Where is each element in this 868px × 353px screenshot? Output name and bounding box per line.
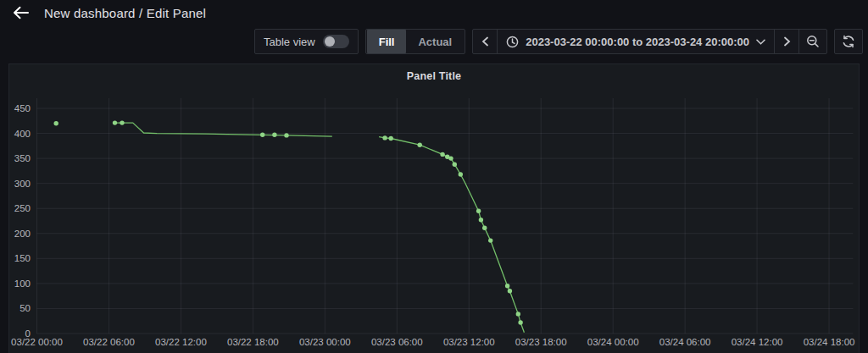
data-point-marker bbox=[113, 120, 117, 124]
table-view-label: Table view bbox=[264, 36, 315, 48]
chart-panel: Panel Title 0501001502002503003504004500… bbox=[8, 63, 860, 353]
time-range-button[interactable]: 2023-03-22 00:00:00 to 2023-03-24 20:00:… bbox=[498, 30, 774, 53]
data-point-marker bbox=[459, 172, 463, 176]
x-tick-label: 03/23 00:00 bbox=[299, 337, 351, 347]
data-point-marker bbox=[453, 163, 457, 167]
data-point-marker bbox=[488, 238, 492, 242]
x-tick-label: 03/24 12:00 bbox=[732, 337, 783, 347]
data-point-marker bbox=[284, 133, 288, 137]
time-series-chart[interactable]: 05010015020025030035040045003/22 00:0003… bbox=[9, 64, 859, 353]
y-tick-label: 100 bbox=[14, 279, 31, 289]
data-point-marker bbox=[120, 120, 124, 124]
time-range-label: 2023-03-22 00:00:00 to 2023-03-24 20:00:… bbox=[526, 36, 749, 48]
top-navbar: New dashboard / Edit Panel bbox=[0, 0, 868, 25]
x-tick-label: 03/24 18:00 bbox=[804, 337, 855, 347]
page-title: New dashboard / Edit Panel bbox=[44, 6, 206, 20]
x-tick-label: 03/24 06:00 bbox=[659, 337, 711, 347]
toggle-knob bbox=[325, 36, 335, 47]
data-point-marker bbox=[418, 143, 422, 147]
data-point-marker bbox=[440, 152, 444, 157]
data-point-marker bbox=[54, 121, 58, 125]
y-tick-label: 400 bbox=[14, 129, 31, 139]
data-point-marker bbox=[476, 209, 481, 213]
data-point-marker bbox=[389, 136, 393, 141]
data-point-marker bbox=[518, 320, 522, 324]
y-tick-label: 250 bbox=[14, 203, 31, 213]
zoom-out-button[interactable] bbox=[799, 30, 826, 53]
data-point-marker bbox=[272, 133, 276, 137]
x-tick-label: 03/23 12:00 bbox=[443, 337, 495, 347]
time-shift-forward-button[interactable] bbox=[775, 30, 798, 53]
series-line bbox=[379, 137, 524, 333]
x-tick-label: 03/22 00:00 bbox=[11, 337, 63, 347]
data-point-marker bbox=[516, 312, 520, 316]
data-point-marker bbox=[508, 289, 512, 293]
y-tick-label: 300 bbox=[14, 179, 31, 189]
chevron-left-icon bbox=[481, 36, 489, 47]
data-point-marker bbox=[448, 156, 453, 160]
table-view-toggle[interactable] bbox=[323, 35, 349, 48]
series-line bbox=[114, 123, 332, 136]
chevron-right-icon bbox=[783, 36, 791, 47]
x-tick-label: 03/23 06:00 bbox=[371, 337, 423, 347]
y-tick-label: 350 bbox=[14, 153, 31, 163]
view-mode-group: Fill Actual bbox=[365, 29, 466, 54]
chevron-down-icon bbox=[756, 39, 765, 45]
data-point-marker bbox=[482, 226, 487, 230]
y-tick-label: 450 bbox=[14, 103, 31, 113]
x-tick-label: 03/22 06:00 bbox=[83, 337, 135, 347]
x-tick-label: 03/23 18:00 bbox=[515, 337, 567, 347]
y-tick-label: 200 bbox=[14, 229, 31, 239]
fill-button[interactable]: Fill bbox=[367, 30, 407, 53]
refresh-button[interactable] bbox=[834, 29, 863, 54]
data-point-marker bbox=[260, 133, 264, 137]
data-point-marker bbox=[479, 218, 483, 222]
actual-button[interactable]: Actual bbox=[406, 30, 464, 53]
x-tick-label: 03/22 18:00 bbox=[227, 337, 279, 347]
clock-icon bbox=[506, 36, 519, 48]
data-point-marker bbox=[382, 135, 387, 140]
data-point-marker bbox=[505, 284, 509, 288]
y-tick-label: 150 bbox=[14, 253, 31, 263]
arrow-left-icon bbox=[13, 6, 30, 19]
refresh-icon bbox=[842, 35, 855, 48]
y-tick-label: 50 bbox=[19, 303, 31, 313]
x-tick-label: 03/24 00:00 bbox=[587, 337, 639, 347]
table-view-control: Table view bbox=[254, 29, 359, 54]
panel-toolbar: Table view Fill Actual 2023-03-22 00:00:… bbox=[254, 29, 863, 54]
time-picker-group: 2023-03-22 00:00:00 to 2023-03-24 20:00:… bbox=[472, 29, 827, 54]
back-button[interactable] bbox=[7, 2, 36, 24]
x-tick-label: 03/22 12:00 bbox=[155, 337, 207, 347]
time-shift-back-button[interactable] bbox=[473, 30, 497, 53]
zoom-out-icon bbox=[806, 35, 820, 48]
